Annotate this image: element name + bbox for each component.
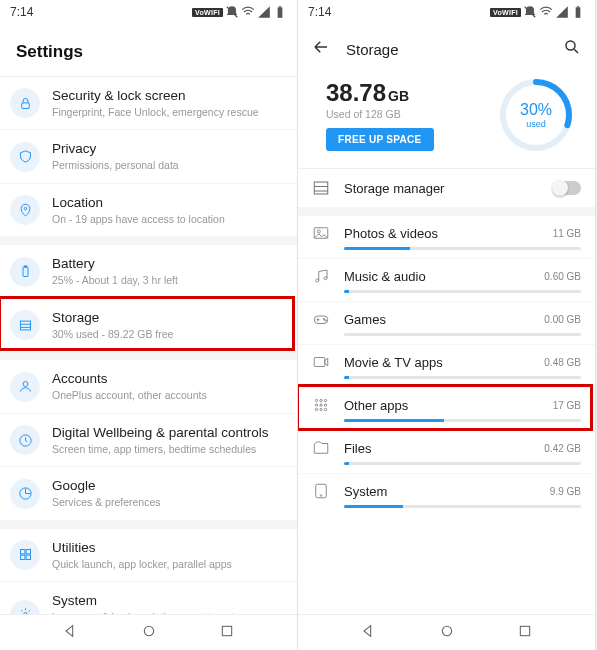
storage-manager-toggle[interactable] (553, 181, 581, 195)
category-name: Music & audio (344, 269, 530, 284)
svg-rect-21 (576, 7, 581, 17)
storage-row-other-apps[interactable]: Other apps17 GB (298, 387, 595, 430)
svg-point-37 (325, 320, 327, 322)
settings-row-battery[interactable]: Battery25% - About 1 day, 3 hr left (0, 244, 297, 297)
storage-row-files[interactable]: Files0.42 GB (298, 430, 595, 473)
svg-rect-5 (23, 267, 28, 276)
category-bar (344, 505, 581, 508)
svg-point-32 (324, 277, 327, 280)
apps-icon (312, 396, 330, 414)
nav-back[interactable] (62, 623, 78, 643)
category-name: Files (344, 441, 530, 456)
category-size: 0.48 GB (544, 357, 581, 368)
free-up-space-button[interactable]: FREE UP SPACE (326, 128, 434, 151)
svg-point-36 (323, 318, 325, 320)
nav-recent[interactable] (219, 623, 235, 643)
status-time: 7:14 (308, 5, 331, 19)
search-button[interactable] (563, 38, 581, 60)
games-icon (312, 310, 330, 328)
storage-row-system[interactable]: System9.9 GB (298, 473, 595, 516)
storage-row-games[interactable]: Games0.00 GB (298, 301, 595, 344)
settings-row-sub: Fingerprint, Face Unlock, emergency resc… (52, 106, 283, 119)
settings-row-google[interactable]: GoogleServices & preferences (0, 466, 297, 519)
storage-row-movie-tv-apps[interactable]: Movie & TV apps0.48 GB (298, 344, 595, 387)
settings-row-privacy[interactable]: PrivacyPermissions, personal data (0, 129, 297, 182)
storage-manager-row[interactable]: Storage manager (298, 168, 595, 207)
settings-row-title: System (52, 593, 283, 610)
settings-row-sub: Permissions, personal data (52, 159, 283, 172)
settings-row-sub: Services & preferences (52, 496, 283, 509)
system-icon2 (312, 482, 330, 500)
category-bar (344, 462, 581, 465)
settings-row-security-lock-screen[interactable]: Security & lock screenFingerprint, Face … (0, 77, 297, 129)
svg-rect-51 (520, 626, 529, 635)
settings-row-location[interactable]: LocationOn - 19 apps have access to loca… (0, 183, 297, 236)
svg-point-18 (144, 626, 153, 635)
svg-point-23 (566, 41, 575, 50)
nav-recent[interactable] (517, 623, 533, 643)
storage-used-unit: GB (388, 88, 409, 104)
category-name: System (344, 484, 536, 499)
storage-row-photos-videos[interactable]: Photos & videos11 GB (298, 215, 595, 258)
system-icon (10, 600, 40, 614)
nav-home[interactable] (141, 623, 157, 643)
settings-row-title: Battery (52, 256, 283, 273)
storage-header: Storage (346, 41, 547, 58)
svg-point-43 (320, 404, 322, 406)
storage-icon (10, 310, 40, 340)
svg-rect-13 (20, 550, 24, 554)
settings-row-digital-wellbeing-parental-controls[interactable]: Digital Wellbeing & parental controlsScr… (0, 413, 297, 466)
back-button[interactable] (312, 38, 330, 60)
settings-row-storage[interactable]: Storage30% used - 89.22 GB free (0, 298, 297, 351)
category-size: 11 GB (553, 228, 581, 239)
settings-row-system[interactable]: SystemLanguage & keyboard, time, reset, … (0, 581, 297, 614)
settings-row-title: Utilities (52, 540, 283, 557)
settings-row-sub: Screen time, app timers, bedtime schedul… (52, 443, 283, 456)
signal-icon (257, 5, 271, 19)
svg-rect-7 (20, 321, 30, 330)
battery-status-icon (273, 5, 287, 19)
storage-screen: 7:14 VoWIFI Storage 38.78GB Used of 128 … (298, 0, 596, 650)
category-bar (344, 333, 581, 336)
settings-row-sub: 25% - About 1 day, 3 hr left (52, 274, 283, 287)
wifi-icon (539, 5, 553, 19)
settings-screen: 7:14 VoWIFI Settings Security & lock scr… (0, 0, 298, 650)
battery-icon (10, 257, 40, 287)
android-nav-bar (0, 614, 297, 650)
svg-point-44 (324, 404, 326, 406)
category-size: 0.42 GB (544, 443, 581, 454)
lock-icon (10, 88, 40, 118)
movie-icon (312, 353, 330, 371)
settings-row-accounts[interactable]: AccountsOnePlus account, other accounts (0, 359, 297, 412)
svg-rect-15 (20, 556, 24, 560)
nav-home[interactable] (439, 623, 455, 643)
svg-point-31 (316, 279, 319, 282)
dnd-icon (523, 5, 537, 19)
category-bar (344, 247, 581, 250)
svg-point-46 (320, 408, 322, 410)
settings-row-sub: Quick launch, app locker, parallel apps (52, 558, 283, 571)
settings-row-title: Digital Wellbeing & parental controls (52, 425, 283, 442)
svg-rect-16 (26, 556, 30, 560)
nav-back[interactable] (360, 623, 376, 643)
svg-point-4 (24, 207, 27, 210)
photos-icon (312, 224, 330, 242)
svg-rect-1 (278, 7, 283, 17)
settings-row-sub: 30% used - 89.22 GB free (52, 328, 283, 341)
svg-rect-2 (279, 6, 281, 7)
svg-rect-6 (24, 266, 27, 267)
svg-point-45 (315, 408, 317, 410)
settings-row-utilities[interactable]: UtilitiesQuick launch, app locker, paral… (0, 528, 297, 581)
settings-row-sub: OnePlus account, other accounts (52, 389, 283, 402)
storage-row-music-audio[interactable]: Music & audio0.60 GB (298, 258, 595, 301)
music-icon (312, 267, 330, 285)
location-icon (10, 195, 40, 225)
google-icon (10, 479, 40, 509)
svg-rect-26 (314, 182, 328, 194)
settings-row-title: Google (52, 478, 283, 495)
category-bar (344, 419, 581, 422)
signal-icon (555, 5, 569, 19)
svg-rect-48 (316, 484, 327, 498)
category-bar (344, 376, 581, 379)
utilities-icon (10, 540, 40, 570)
